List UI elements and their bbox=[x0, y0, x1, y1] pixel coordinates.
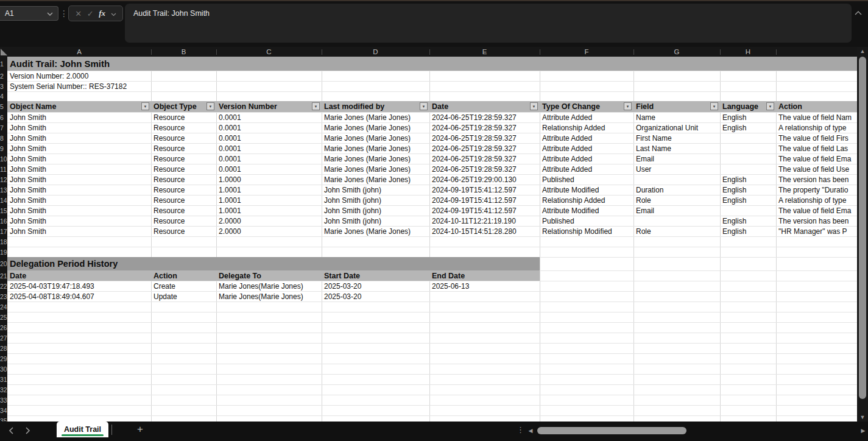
audit-header-3[interactable]: Last modified by bbox=[324, 101, 384, 112]
audit-cell-r14-c8[interactable]: A relationship of type bbox=[778, 195, 846, 205]
formula-bar-input[interactable]: Audit Trail: John Smith bbox=[125, 4, 852, 43]
delegation-cell-r22-c1[interactable]: Create bbox=[153, 281, 175, 291]
filter-button-7[interactable]: ▼ bbox=[766, 102, 774, 110]
row-header-15[interactable]: 15 bbox=[0, 205, 7, 216]
audit-cell-r9-c1[interactable]: Resource bbox=[153, 143, 185, 153]
audit-cell-r17-c3[interactable]: Marie Jones (Marie Jones) bbox=[324, 226, 411, 236]
sheet-grid[interactable]: Audit Trail: John SmithVersion Number: 2… bbox=[7, 57, 857, 422]
row-header-4[interactable]: 4 bbox=[0, 91, 7, 101]
scroll-down-icon[interactable]: ▼ bbox=[857, 413, 868, 422]
audit-cell-r11-c3[interactable]: Marie Jones (Marie Jones) bbox=[324, 164, 411, 174]
audit-cell-r13-c7[interactable]: English bbox=[722, 185, 746, 195]
row-header-9[interactable]: 9 bbox=[0, 143, 7, 153]
audit-cell-r10-c0[interactable]: John Smith bbox=[10, 153, 46, 164]
audit-cell-r10-c2[interactable]: 0.0001 bbox=[219, 153, 241, 164]
audit-cell-r6-c7[interactable]: English bbox=[722, 112, 746, 122]
audit-cell-r12-c2[interactable]: 1.0000 bbox=[219, 174, 241, 185]
audit-cell-r17-c7[interactable]: English bbox=[722, 226, 746, 236]
filter-button-2[interactable]: ▼ bbox=[312, 102, 320, 110]
filter-button-3[interactable]: ▼ bbox=[420, 102, 428, 110]
audit-cell-r13-c3[interactable]: John Smith (john) bbox=[324, 185, 381, 195]
audit-cell-r13-c0[interactable]: John Smith bbox=[10, 185, 46, 195]
audit-cell-r11-c2[interactable]: 0.0001 bbox=[219, 164, 241, 174]
audit-cell-r7-c6[interactable]: Organizational Unit bbox=[636, 122, 698, 133]
audit-cell-r13-c1[interactable]: Resource bbox=[153, 185, 185, 195]
audit-cell-r6-c8[interactable]: The value of field Nam bbox=[778, 112, 852, 122]
row-header-29[interactable]: 29 bbox=[0, 353, 7, 364]
audit-cell-r15-c1[interactable]: Resource bbox=[153, 205, 185, 216]
audit-cell-r13-c2[interactable]: 1.0001 bbox=[219, 185, 241, 195]
audit-cell-r9-c4[interactable]: 2024-06-25T19:28:59.327 bbox=[432, 143, 517, 153]
delegation-cell-r23-c2[interactable]: Marie Jones(Marie Jones) bbox=[219, 291, 303, 302]
audit-cell-r8-c2[interactable]: 0.0001 bbox=[219, 133, 241, 143]
version-number-cell[interactable]: Version Number: 2.0000 bbox=[10, 71, 88, 81]
audit-cell-r12-c1[interactable]: Resource bbox=[153, 174, 185, 185]
audit-cell-r10-c3[interactable]: Marie Jones (Marie Jones) bbox=[324, 153, 411, 164]
audit-cell-r8-c6[interactable]: First Name bbox=[636, 133, 672, 143]
row-header-35[interactable]: 35 bbox=[0, 415, 7, 422]
row-header-31[interactable]: 31 bbox=[0, 374, 7, 384]
row-header-18[interactable]: 18 bbox=[0, 236, 7, 247]
column-header-C[interactable]: C bbox=[216, 47, 322, 57]
insert-function-icon[interactable]: fx bbox=[99, 9, 105, 18]
scroll-up-icon[interactable]: ▲ bbox=[857, 47, 868, 55]
audit-cell-r10-c1[interactable]: Resource bbox=[153, 153, 185, 164]
audit-cell-r7-c3[interactable]: Marie Jones (Marie Jones) bbox=[324, 122, 411, 133]
vertical-scrollbar[interactable]: ▲ ▼ bbox=[857, 47, 868, 422]
filter-button-4[interactable]: ▼ bbox=[530, 102, 538, 110]
audit-cell-r9-c6[interactable]: Last Name bbox=[636, 143, 671, 153]
audit-cell-r16-c8[interactable]: The version has been bbox=[778, 216, 849, 226]
audit-cell-r8-c0[interactable]: John Smith bbox=[10, 133, 46, 143]
horizontal-scrollbar[interactable]: ◀ ▶ bbox=[525, 422, 868, 441]
audit-cell-r17-c4[interactable]: 2024-10-15T14:51:28.280 bbox=[432, 226, 517, 236]
audit-cell-r11-c6[interactable]: User bbox=[636, 164, 651, 174]
audit-cell-r15-c0[interactable]: John Smith bbox=[10, 205, 46, 216]
audit-cell-r14-c0[interactable]: John Smith bbox=[10, 195, 46, 205]
enter-icon[interactable]: ✓ bbox=[87, 9, 94, 18]
delegation-header-0[interactable]: Date bbox=[10, 270, 26, 281]
audit-header-2[interactable]: Version Number bbox=[219, 101, 277, 112]
row-header-33[interactable]: 33 bbox=[0, 395, 7, 405]
audit-cell-r14-c7[interactable]: English bbox=[722, 195, 746, 205]
audit-cell-r17-c1[interactable]: Resource bbox=[153, 226, 185, 236]
audit-cell-r6-c0[interactable]: John Smith bbox=[10, 112, 46, 122]
audit-cell-r6-c3[interactable]: Marie Jones (Marie Jones) bbox=[324, 112, 411, 122]
row-header-27[interactable]: 27 bbox=[0, 333, 7, 343]
audit-cell-r11-c1[interactable]: Resource bbox=[153, 164, 185, 174]
audit-cell-r15-c3[interactable]: John Smith (john) bbox=[324, 205, 381, 216]
audit-cell-r15-c5[interactable]: Attribute Modified bbox=[542, 205, 599, 216]
scroll-left-icon[interactable]: ◀ bbox=[526, 426, 535, 435]
audit-cell-r7-c0[interactable]: John Smith bbox=[10, 122, 46, 133]
audit-cell-r8-c4[interactable]: 2024-06-25T19:28:59.327 bbox=[432, 133, 517, 143]
prev-sheet-icon[interactable] bbox=[6, 425, 17, 436]
delegation-header-1[interactable]: Action bbox=[153, 270, 177, 281]
audit-cell-r16-c1[interactable]: Resource bbox=[153, 216, 185, 226]
row-header-21[interactable]: 21 bbox=[0, 270, 7, 281]
audit-cell-r14-c5[interactable]: Relationship Added bbox=[542, 195, 605, 205]
audit-cell-r16-c3[interactable]: John Smith (john) bbox=[324, 216, 381, 226]
row-header-34[interactable]: 34 bbox=[0, 405, 7, 415]
row-header-24[interactable]: 24 bbox=[0, 302, 7, 312]
column-header-B[interactable]: B bbox=[151, 47, 216, 57]
audit-cell-r7-c8[interactable]: A relationship of type bbox=[778, 122, 846, 133]
row-header-6[interactable]: 6 bbox=[0, 112, 7, 122]
audit-header-4[interactable]: Date bbox=[432, 101, 448, 112]
audit-cell-r16-c4[interactable]: 2024-10-11T12:21:19.190 bbox=[432, 216, 516, 226]
audit-header-6[interactable]: Field bbox=[636, 101, 654, 112]
audit-cell-r14-c4[interactable]: 2024-09-19T15:41:12.597 bbox=[432, 195, 517, 205]
audit-cell-r9-c8[interactable]: The value of field Las bbox=[778, 143, 848, 153]
delegation-header-4[interactable]: End Date bbox=[432, 270, 465, 281]
row-header-30[interactable]: 30 bbox=[0, 364, 7, 374]
row-header-3[interactable]: 3 bbox=[0, 81, 7, 91]
audit-cell-r11-c5[interactable]: Attribute Added bbox=[542, 164, 592, 174]
row-header-25[interactable]: 25 bbox=[0, 312, 7, 322]
audit-cell-r12-c8[interactable]: The version has been bbox=[778, 174, 849, 185]
audit-cell-r6-c4[interactable]: 2024-06-25T19:28:59.327 bbox=[432, 112, 517, 122]
system-serial-cell[interactable]: System Serial Number:: RES-37182 bbox=[10, 81, 127, 91]
vertical-scrollbar-thumb[interactable] bbox=[859, 57, 866, 399]
row-header-32[interactable]: 32 bbox=[0, 384, 7, 395]
audit-cell-r12-c3[interactable]: Marie Jones (Marie Jones) bbox=[324, 174, 411, 185]
column-header-F[interactable]: F bbox=[540, 47, 633, 57]
audit-cell-r9-c3[interactable]: Marie Jones (Marie Jones) bbox=[324, 143, 411, 153]
audit-header-1[interactable]: Object Type bbox=[153, 101, 197, 112]
